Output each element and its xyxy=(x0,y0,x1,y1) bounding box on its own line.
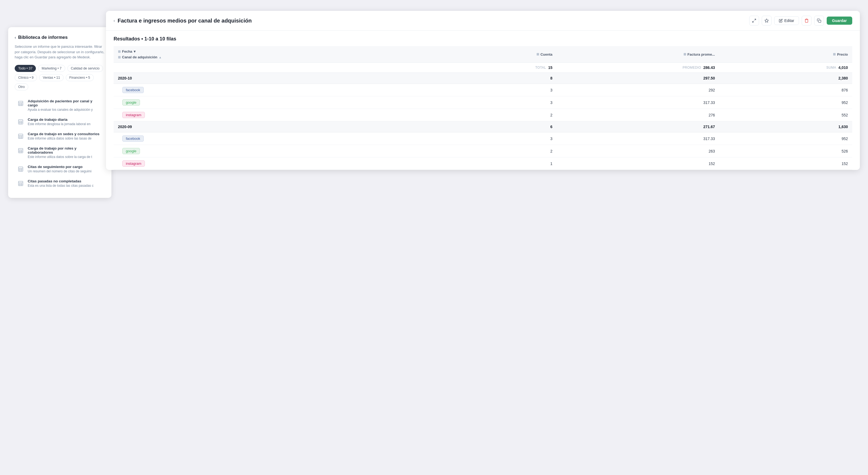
group-factura-cell: 297.50 xyxy=(557,73,719,84)
channel-cell: google xyxy=(114,145,424,158)
filter-tag[interactable]: Marketing • 7 xyxy=(38,65,65,72)
sidebar-description: Seleccione un informe que le parezca int… xyxy=(15,44,105,60)
channel-badge: facebook xyxy=(122,87,144,93)
group-row: 2020-10 8 297.50 2,380 xyxy=(114,73,852,84)
report-desc: Ayuda a evaluar los canales de adquisici… xyxy=(28,108,101,111)
report-desc: Este informe utiliza datos sobre la carg… xyxy=(28,155,101,159)
report-desc: Esta es una lista de todas las citas pas… xyxy=(28,184,93,188)
table-row: instagram 1 152 152 xyxy=(114,158,852,170)
report-desc: Este informe utiliza datos sobre las tas… xyxy=(28,137,99,140)
sidebar-back-icon[interactable]: ‹ xyxy=(15,35,16,40)
cuenta-value-cell: 1 xyxy=(424,158,557,170)
col-fecha-label: Fecha xyxy=(122,49,132,54)
cuenta-col-icon: ⊞ xyxy=(536,53,539,56)
main-panel: ‹ Factura e ingresos medios por canal de… xyxy=(106,11,860,170)
precio-value-cell: 526 xyxy=(719,145,852,158)
report-name: Citas de seguimiento por cargo xyxy=(28,165,92,169)
group-date-cell: 2020-09 xyxy=(114,121,424,132)
sidebar-panel: ‹ Biblioteca de informes Seleccione un i… xyxy=(8,27,112,198)
col-factura-header: ⊞ Factura prome... xyxy=(557,46,719,63)
totals-precio-cell: SUMA 4,010 xyxy=(719,63,852,73)
table-row: facebook 3 317.33 952 xyxy=(114,132,852,145)
channel-badge: google xyxy=(122,99,140,106)
factura-col-icon: ⊞ xyxy=(683,53,686,56)
group-cuenta-cell: 8 xyxy=(424,73,557,84)
col-fecha-canal-header: ⊞ Fecha ▾ ⊞ Canal de adquisición ▲ xyxy=(114,46,424,63)
col-cuenta-header: ⊞ Cuenta xyxy=(424,46,557,63)
totals-empty-cell xyxy=(114,63,424,73)
cuenta-value-cell: 2 xyxy=(424,109,557,121)
expand-button[interactable] xyxy=(749,16,759,26)
totals-factura-cell: PROMEDIO 286.43 xyxy=(557,63,719,73)
channel-cell: facebook xyxy=(114,84,424,96)
star-button[interactable] xyxy=(762,16,772,26)
precio-col-icon: ⊞ xyxy=(833,53,836,56)
canal-sort-icon[interactable]: ▲ xyxy=(159,56,162,59)
report-desc: Un resumen del número de citas de seguim… xyxy=(28,169,92,173)
svg-rect-10 xyxy=(19,134,23,138)
report-list: Adquisición de pacientes por canal y car… xyxy=(15,96,105,190)
edit-button[interactable]: Editar xyxy=(774,16,799,25)
data-table: ⊞ Fecha ▾ ⊞ Canal de adquisición ▲ xyxy=(114,46,852,170)
filter-tag[interactable]: Calidad de servicio xyxy=(67,65,103,72)
report-item[interactable]: Citas de seguimiento por cargo Un resume… xyxy=(15,162,105,176)
table-row: instagram 2 276 552 xyxy=(114,109,852,121)
report-table-icon xyxy=(17,180,25,187)
table-row: google 3 317.33 952 xyxy=(114,96,852,109)
filter-tag[interactable]: Ventas • 11 xyxy=(39,74,63,81)
total-label-factura: PROMEDIO xyxy=(683,66,701,69)
group-cuenta-cell: 6 xyxy=(424,121,557,132)
channel-badge: instagram xyxy=(122,161,145,167)
channel-cell: google xyxy=(114,96,424,109)
report-item[interactable]: Carga de trabajo diaria Este informe des… xyxy=(15,115,105,129)
fecha-dropdown-icon[interactable]: ▾ xyxy=(134,49,135,54)
group-precio-cell: 1,630 xyxy=(719,121,852,132)
back-button[interactable]: ‹ xyxy=(114,19,115,23)
svg-rect-25 xyxy=(19,181,23,185)
report-item[interactable]: Carga de trabajo por roles y colaborador… xyxy=(15,144,105,162)
factura-value-cell: 317.33 xyxy=(557,132,719,145)
table-row: google 2 263 526 xyxy=(114,145,852,158)
canal-col-icon: ⊞ xyxy=(118,55,121,59)
col-cuenta-label: Cuenta xyxy=(540,53,553,57)
report-table-icon xyxy=(17,147,25,155)
factura-value-cell: 292 xyxy=(557,84,719,96)
report-table-icon xyxy=(17,132,25,140)
svg-rect-5 xyxy=(19,120,23,124)
filter-tag[interactable]: Clínico • 9 xyxy=(15,74,37,81)
results-section: Resultados • 1-10 a 10 filas ⊞ Fecha ▾ ⊞ xyxy=(106,31,860,170)
factura-value-cell: 276 xyxy=(557,109,719,121)
col-canal-label: Canal de adquisición xyxy=(122,55,157,59)
save-button[interactable]: Guardar xyxy=(827,16,852,25)
report-item[interactable]: Carga de trabajo en sedes y consultorios… xyxy=(15,129,105,143)
delete-button[interactable] xyxy=(802,16,811,26)
table-row: facebook 3 292 876 xyxy=(114,84,852,96)
filter-tag[interactable]: Otro xyxy=(15,83,28,90)
cuenta-value-cell: 3 xyxy=(424,84,557,96)
channel-cell: facebook xyxy=(114,132,424,145)
col-factura-label: Factura prome... xyxy=(687,53,715,57)
col-precio-label: Precio xyxy=(837,53,848,57)
report-item[interactable]: Adquisición de pacientes por canal y car… xyxy=(15,96,105,114)
svg-rect-20 xyxy=(19,167,23,171)
report-table-icon xyxy=(17,100,25,107)
copy-button[interactable] xyxy=(814,16,824,26)
table-header-row: ⊞ Fecha ▾ ⊞ Canal de adquisición ▲ xyxy=(114,46,852,63)
svg-rect-33 xyxy=(818,20,821,23)
filter-tag[interactable]: Financiero • 5 xyxy=(66,74,94,81)
precio-value-cell: 952 xyxy=(719,132,852,145)
group-date-cell: 2020-10 xyxy=(114,73,424,84)
factura-value-cell: 263 xyxy=(557,145,719,158)
total-label-precio: SUMA xyxy=(827,66,836,69)
totals-cuenta-cell: TOTAL 15 xyxy=(424,63,557,73)
precio-value-cell: 552 xyxy=(719,109,852,121)
channel-badge: google xyxy=(122,148,140,154)
report-table-icon xyxy=(17,118,25,126)
report-desc: Este informe desglosa la jornada laboral… xyxy=(28,122,91,126)
report-item[interactable]: Citas pasadas no completadas Esta es una… xyxy=(15,176,105,190)
group-precio-cell: 2,380 xyxy=(719,73,852,84)
main-header-left: ‹ Factura e ingresos medios por canal de… xyxy=(114,18,252,24)
filter-tag[interactable]: Todo • 37 xyxy=(15,65,36,72)
sidebar-title: Biblioteca de informes xyxy=(18,35,68,40)
channel-cell: instagram xyxy=(114,109,424,121)
